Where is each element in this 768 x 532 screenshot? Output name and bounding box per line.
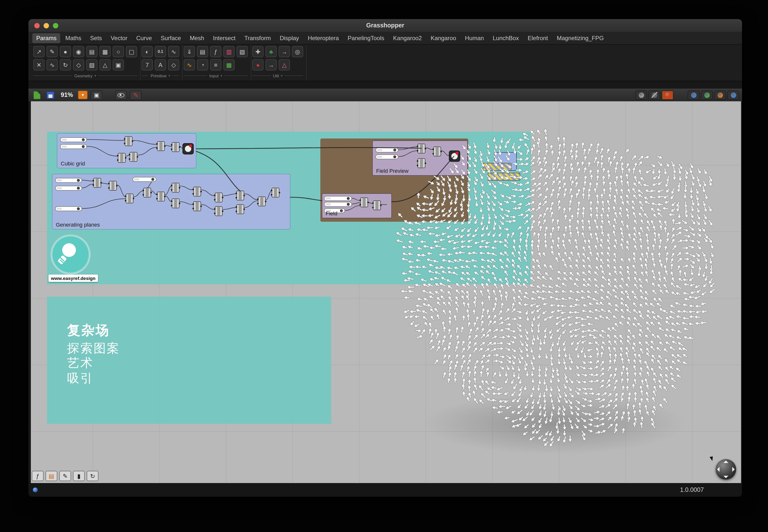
chevron-down-icon[interactable]: ▾ bbox=[221, 74, 222, 78]
palette-icon[interactable]: → bbox=[279, 46, 290, 57]
group-generating-planes[interactable]: Generating planes bbox=[52, 174, 290, 229]
menu-item-heteroptera[interactable]: Heteroptera bbox=[304, 33, 343, 43]
palette-icon[interactable]: ◇ bbox=[168, 59, 179, 70]
preview-button[interactable] bbox=[115, 90, 127, 100]
widget-button-1[interactable]: ƒ bbox=[32, 471, 44, 481]
menu-item-human[interactable]: Human bbox=[461, 33, 488, 43]
palette-icon[interactable]: ∿ bbox=[168, 46, 179, 57]
brush-icon: ✎ bbox=[133, 91, 138, 99]
palette-icon[interactable]: △ bbox=[279, 59, 290, 70]
menu-item-kangaroo[interactable]: Kangaroo bbox=[427, 33, 460, 43]
palette-icon[interactable]: ∿ bbox=[184, 59, 195, 70]
palette-icon[interactable]: ↗ bbox=[33, 46, 45, 57]
palette-group-label: Geometry bbox=[74, 73, 92, 78]
palette-group-label: Input bbox=[210, 73, 219, 78]
menu-item-elefront[interactable]: Elefront bbox=[524, 33, 552, 43]
display-mode-button-3[interactable] bbox=[662, 90, 674, 100]
zoom-dropdown[interactable]: ▾ bbox=[78, 91, 88, 99]
palette-icon[interactable]: ● bbox=[252, 59, 264, 70]
paint-button[interactable]: ✎ bbox=[130, 90, 141, 100]
palette-icon[interactable]: ◎ bbox=[292, 46, 303, 57]
new-file-button[interactable] bbox=[31, 90, 42, 100]
zoom-window-button[interactable] bbox=[53, 23, 58, 28]
palette-icon[interactable]: ▤ bbox=[197, 46, 208, 57]
palette-icon[interactable]: ✎ bbox=[46, 46, 58, 57]
preview-mode-button-4[interactable] bbox=[727, 90, 739, 100]
palette-icon[interactable]: ▩ bbox=[223, 59, 235, 70]
preview-mode-button-3[interactable] bbox=[714, 90, 726, 100]
canvas-viewport[interactable]: Cubic grid Generating planes Field Previ… bbox=[31, 101, 741, 484]
sphere-icon bbox=[704, 92, 710, 98]
logo-label: www.easyref.design bbox=[48, 275, 98, 282]
menu-item-magnetizing_fpg[interactable]: Magnetizing_FPG bbox=[553, 33, 608, 43]
display-mode-buttons bbox=[634, 90, 674, 100]
palette-icon[interactable]: ƒ bbox=[210, 46, 222, 57]
sphere-icon bbox=[691, 92, 696, 98]
group-field[interactable]: Field bbox=[322, 194, 391, 218]
palette-icon[interactable]: ● bbox=[60, 46, 71, 57]
zoom-extents-button[interactable]: ▣ bbox=[91, 90, 102, 100]
display-mode-button-1[interactable] bbox=[635, 90, 647, 100]
minimize-button[interactable] bbox=[44, 23, 49, 28]
palette-icon[interactable]: ▢ bbox=[126, 46, 137, 57]
palette-icon[interactable]: ▤ bbox=[86, 46, 97, 57]
chevron-down-icon[interactable]: ▾ bbox=[94, 74, 96, 78]
palette-icon[interactable]: ⇓ bbox=[184, 46, 195, 57]
chevron-down-icon[interactable]: ▾ bbox=[168, 74, 170, 78]
palette-icon[interactable]: 0.1 bbox=[155, 46, 166, 57]
palette-icon[interactable]: ≡ bbox=[210, 59, 222, 70]
sphere-icon bbox=[639, 92, 644, 98]
palette-icon[interactable]: 7 bbox=[141, 59, 153, 70]
palette-icon[interactable]: ◇ bbox=[73, 59, 84, 70]
menu-item-vector[interactable]: Vector bbox=[107, 33, 131, 43]
widget-button-4[interactable]: ▮ bbox=[73, 471, 85, 481]
menu-item-panelingtools[interactable]: PanelingTools bbox=[344, 33, 388, 43]
save-button[interactable] bbox=[45, 90, 56, 100]
navigation-ball[interactable] bbox=[716, 459, 736, 480]
eye-icon bbox=[117, 93, 124, 97]
palette-icon[interactable]: ▥ bbox=[223, 46, 235, 57]
menu-item-intersect[interactable]: Intersect bbox=[209, 33, 240, 43]
palette-icon[interactable]: ◐ bbox=[141, 46, 153, 57]
palette-icon[interactable]: A bbox=[155, 59, 166, 70]
group-cubic-grid[interactable]: Cubic grid bbox=[57, 134, 196, 168]
palette-icon[interactable]: △ bbox=[99, 59, 111, 70]
preview-mode-button-1[interactable] bbox=[688, 90, 699, 100]
palette-icon[interactable]: ↻ bbox=[60, 59, 71, 70]
display-mode-button-2[interactable] bbox=[649, 90, 660, 100]
palette-icon[interactable]: ▧ bbox=[237, 46, 248, 57]
palette-icon[interactable]: ▣ bbox=[113, 59, 124, 70]
menu-item-sets[interactable]: Sets bbox=[86, 33, 106, 43]
palette-icon[interactable]: ◉ bbox=[73, 46, 84, 57]
preview-mode-button-2[interactable] bbox=[701, 90, 713, 100]
lightbulb-icon bbox=[62, 243, 76, 257]
menu-item-kangaroo2[interactable]: Kangaroo2 bbox=[389, 33, 426, 43]
palette-icon[interactable]: ✚ bbox=[252, 46, 264, 57]
palette-icon[interactable]: ♣ bbox=[266, 46, 277, 57]
palette-icon[interactable]: ▧ bbox=[86, 59, 97, 70]
menu-item-maths[interactable]: Maths bbox=[61, 33, 85, 43]
caption-line: 探索图案 bbox=[67, 341, 120, 356]
sphere-icon bbox=[717, 92, 723, 98]
palette-icon[interactable]: → bbox=[266, 59, 277, 70]
menu-item-surface[interactable]: Surface bbox=[157, 33, 185, 43]
titlebar[interactable]: Grasshopper bbox=[28, 19, 742, 32]
palette-icon[interactable]: ○ bbox=[113, 46, 124, 57]
palette-icon[interactable]: ▦ bbox=[99, 46, 111, 57]
menu-item-lunchbox[interactable]: LunchBox bbox=[489, 33, 523, 43]
widget-button-5[interactable]: ↻ bbox=[87, 471, 98, 481]
widget-button-3[interactable]: ✎ bbox=[59, 471, 71, 481]
close-button[interactable] bbox=[34, 23, 40, 28]
menu-item-transform[interactable]: Transform bbox=[241, 33, 275, 43]
canvas-widget-toolbar: ƒ▤✎▮↻ bbox=[32, 471, 98, 481]
palette-icon[interactable]: ✕ bbox=[33, 59, 45, 70]
palette-icon[interactable]: ∿ bbox=[46, 59, 58, 70]
menu-item-params[interactable]: Params bbox=[32, 33, 60, 43]
palette-icon[interactable]: ◔ bbox=[197, 59, 208, 70]
component-palette: ↗✎●◉▤▦○▢✕∿↻◇▧△▣Geometry▾◐0.1∿7A◇Primitiv… bbox=[28, 45, 742, 81]
menu-item-curve[interactable]: Curve bbox=[132, 33, 156, 43]
menu-item-display[interactable]: Display bbox=[276, 33, 303, 43]
menu-item-mesh[interactable]: Mesh bbox=[186, 33, 208, 43]
widget-button-2[interactable]: ▤ bbox=[46, 471, 57, 481]
chevron-down-icon[interactable]: ▾ bbox=[281, 74, 283, 78]
